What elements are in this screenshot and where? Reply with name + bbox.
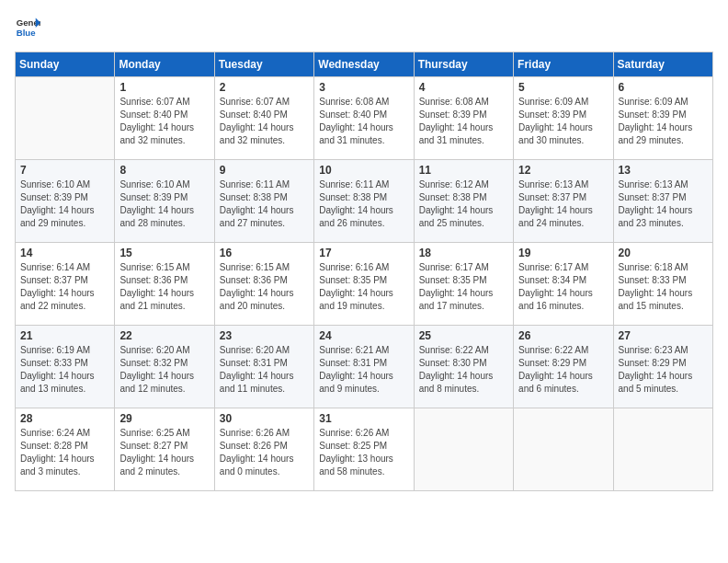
day-number: 16 — [220, 247, 309, 259]
calendar-cell: 21Sunrise: 6:19 AM Sunset: 8:33 PM Dayli… — [16, 326, 115, 408]
day-info: Sunrise: 6:12 AM Sunset: 8:38 PM Dayligh… — [419, 178, 508, 230]
day-info: Sunrise: 6:22 AM Sunset: 8:29 PM Dayligh… — [518, 344, 608, 396]
calendar-cell: 6Sunrise: 6:09 AM Sunset: 8:39 PM Daylig… — [613, 77, 712, 160]
calendar-cell: 11Sunrise: 6:12 AM Sunset: 8:38 PM Dayli… — [414, 160, 513, 243]
day-info: Sunrise: 6:08 AM Sunset: 8:40 PM Dayligh… — [319, 96, 408, 147]
calendar-cell — [613, 408, 712, 491]
calendar-cell: 4Sunrise: 6:08 AM Sunset: 8:39 PM Daylig… — [414, 77, 513, 160]
weekday-header-friday: Friday — [514, 52, 613, 77]
day-info: Sunrise: 6:14 AM Sunset: 8:37 PM Dayligh… — [20, 261, 109, 313]
calendar-cell — [16, 77, 115, 160]
calendar-cell: 7Sunrise: 6:10 AM Sunset: 8:39 PM Daylig… — [16, 160, 115, 243]
week-row-3: 14Sunrise: 6:14 AM Sunset: 8:37 PM Dayli… — [16, 243, 713, 326]
day-info: Sunrise: 6:19 AM Sunset: 8:33 PM Dayligh… — [20, 344, 109, 396]
calendar-cell: 29Sunrise: 6:25 AM Sunset: 8:27 PM Dayli… — [115, 408, 214, 491]
day-info: Sunrise: 6:18 AM Sunset: 8:33 PM Dayligh… — [619, 261, 708, 313]
day-info: Sunrise: 6:23 AM Sunset: 8:29 PM Dayligh… — [619, 344, 708, 396]
calendar-cell: 28Sunrise: 6:24 AM Sunset: 8:28 PM Dayli… — [16, 408, 115, 491]
day-number: 2 — [220, 81, 309, 94]
week-row-5: 28Sunrise: 6:24 AM Sunset: 8:28 PM Dayli… — [16, 408, 713, 491]
calendar-cell: 23Sunrise: 6:20 AM Sunset: 8:31 PM Dayli… — [214, 326, 313, 408]
calendar-cell: 27Sunrise: 6:23 AM Sunset: 8:29 PM Dayli… — [613, 326, 712, 408]
day-info: Sunrise: 6:09 AM Sunset: 8:39 PM Dayligh… — [518, 96, 608, 147]
day-number: 25 — [419, 329, 508, 342]
day-info: Sunrise: 6:26 AM Sunset: 8:26 PM Dayligh… — [220, 427, 309, 478]
day-info: Sunrise: 6:15 AM Sunset: 8:36 PM Dayligh… — [220, 261, 309, 313]
day-number: 13 — [619, 164, 708, 177]
calendar-cell — [514, 408, 613, 491]
calendar-body: 1Sunrise: 6:07 AM Sunset: 8:40 PM Daylig… — [16, 77, 713, 491]
day-number: 31 — [319, 412, 408, 425]
day-info: Sunrise: 6:13 AM Sunset: 8:37 PM Dayligh… — [518, 178, 608, 230]
calendar-cell: 2Sunrise: 6:07 AM Sunset: 8:40 PM Daylig… — [214, 77, 313, 160]
calendar-cell: 22Sunrise: 6:20 AM Sunset: 8:32 PM Dayli… — [115, 326, 214, 408]
calendar-cell: 10Sunrise: 6:11 AM Sunset: 8:38 PM Dayli… — [314, 160, 414, 243]
day-info: Sunrise: 6:15 AM Sunset: 8:36 PM Dayligh… — [119, 261, 209, 313]
calendar-cell: 26Sunrise: 6:22 AM Sunset: 8:29 PM Dayli… — [514, 326, 613, 408]
day-info: Sunrise: 6:11 AM Sunset: 8:38 PM Dayligh… — [319, 178, 408, 230]
day-number: 4 — [419, 81, 508, 94]
week-row-4: 21Sunrise: 6:19 AM Sunset: 8:33 PM Dayli… — [16, 326, 713, 408]
calendar-cell: 12Sunrise: 6:13 AM Sunset: 8:37 PM Dayli… — [514, 160, 613, 243]
day-info: Sunrise: 6:24 AM Sunset: 8:28 PM Dayligh… — [20, 427, 109, 478]
day-number: 3 — [319, 81, 408, 94]
day-number: 1 — [119, 81, 209, 94]
day-number: 23 — [220, 329, 309, 342]
calendar-cell: 18Sunrise: 6:17 AM Sunset: 8:35 PM Dayli… — [414, 243, 513, 326]
calendar-cell: 3Sunrise: 6:08 AM Sunset: 8:40 PM Daylig… — [314, 77, 414, 160]
day-info: Sunrise: 6:17 AM Sunset: 8:35 PM Dayligh… — [419, 261, 508, 313]
calendar-table: SundayMondayTuesdayWednesdayThursdayFrid… — [15, 52, 713, 491]
day-number: 9 — [220, 164, 309, 177]
week-row-2: 7Sunrise: 6:10 AM Sunset: 8:39 PM Daylig… — [16, 160, 713, 243]
calendar-cell — [414, 408, 513, 491]
calendar-cell: 17Sunrise: 6:16 AM Sunset: 8:35 PM Dayli… — [314, 243, 414, 326]
day-info: Sunrise: 6:07 AM Sunset: 8:40 PM Dayligh… — [220, 96, 309, 147]
day-info: Sunrise: 6:16 AM Sunset: 8:35 PM Dayligh… — [319, 261, 408, 313]
day-info: Sunrise: 6:13 AM Sunset: 8:37 PM Dayligh… — [619, 178, 708, 230]
day-info: Sunrise: 6:08 AM Sunset: 8:39 PM Dayligh… — [419, 96, 508, 147]
calendar-cell: 13Sunrise: 6:13 AM Sunset: 8:37 PM Dayli… — [613, 160, 712, 243]
weekday-header-sunday: Sunday — [16, 52, 115, 77]
day-number: 26 — [518, 329, 608, 342]
day-number: 29 — [119, 412, 209, 425]
calendar-cell: 25Sunrise: 6:22 AM Sunset: 8:30 PM Dayli… — [414, 326, 513, 408]
day-info: Sunrise: 6:20 AM Sunset: 8:32 PM Dayligh… — [119, 344, 209, 396]
calendar-cell: 9Sunrise: 6:11 AM Sunset: 8:38 PM Daylig… — [214, 160, 313, 243]
day-number: 12 — [518, 164, 608, 177]
day-number: 8 — [119, 164, 209, 177]
calendar-cell: 1Sunrise: 6:07 AM Sunset: 8:40 PM Daylig… — [115, 77, 214, 160]
day-info: Sunrise: 6:26 AM Sunset: 8:25 PM Dayligh… — [319, 427, 408, 478]
day-info: Sunrise: 6:10 AM Sunset: 8:39 PM Dayligh… — [20, 178, 109, 230]
day-number: 17 — [319, 247, 408, 259]
day-number: 20 — [619, 247, 708, 259]
day-number: 6 — [619, 81, 708, 94]
day-number: 10 — [319, 164, 408, 177]
day-number: 19 — [518, 247, 608, 259]
day-number: 30 — [220, 412, 309, 425]
day-info: Sunrise: 6:22 AM Sunset: 8:30 PM Dayligh… — [419, 344, 508, 396]
day-number: 7 — [20, 164, 109, 177]
calendar-cell: 31Sunrise: 6:26 AM Sunset: 8:25 PM Dayli… — [314, 408, 414, 491]
weekday-header-tuesday: Tuesday — [214, 52, 313, 77]
day-number: 14 — [20, 247, 109, 259]
day-number: 15 — [119, 247, 209, 259]
day-number: 28 — [20, 412, 109, 425]
day-info: Sunrise: 6:09 AM Sunset: 8:39 PM Dayligh… — [619, 96, 708, 147]
day-info: Sunrise: 6:17 AM Sunset: 8:34 PM Dayligh… — [518, 261, 608, 313]
page-header: General Blue — [15, 15, 713, 40]
calendar-cell: 24Sunrise: 6:21 AM Sunset: 8:31 PM Dayli… — [314, 326, 414, 408]
logo: General Blue — [15, 15, 44, 40]
calendar-cell: 15Sunrise: 6:15 AM Sunset: 8:36 PM Dayli… — [115, 243, 214, 326]
day-number: 27 — [619, 329, 708, 342]
weekday-header-wednesday: Wednesday — [314, 52, 414, 77]
weekday-header-saturday: Saturday — [613, 52, 712, 77]
calendar-cell: 16Sunrise: 6:15 AM Sunset: 8:36 PM Dayli… — [214, 243, 313, 326]
calendar-cell: 14Sunrise: 6:14 AM Sunset: 8:37 PM Dayli… — [16, 243, 115, 326]
day-info: Sunrise: 6:07 AM Sunset: 8:40 PM Dayligh… — [119, 96, 209, 147]
day-number: 18 — [419, 247, 508, 259]
logo-icon: General Blue — [15, 15, 40, 40]
calendar-cell: 20Sunrise: 6:18 AM Sunset: 8:33 PM Dayli… — [613, 243, 712, 326]
day-info: Sunrise: 6:11 AM Sunset: 8:38 PM Dayligh… — [220, 178, 309, 230]
calendar-cell: 30Sunrise: 6:26 AM Sunset: 8:26 PM Dayli… — [214, 408, 313, 491]
week-row-1: 1Sunrise: 6:07 AM Sunset: 8:40 PM Daylig… — [16, 77, 713, 160]
